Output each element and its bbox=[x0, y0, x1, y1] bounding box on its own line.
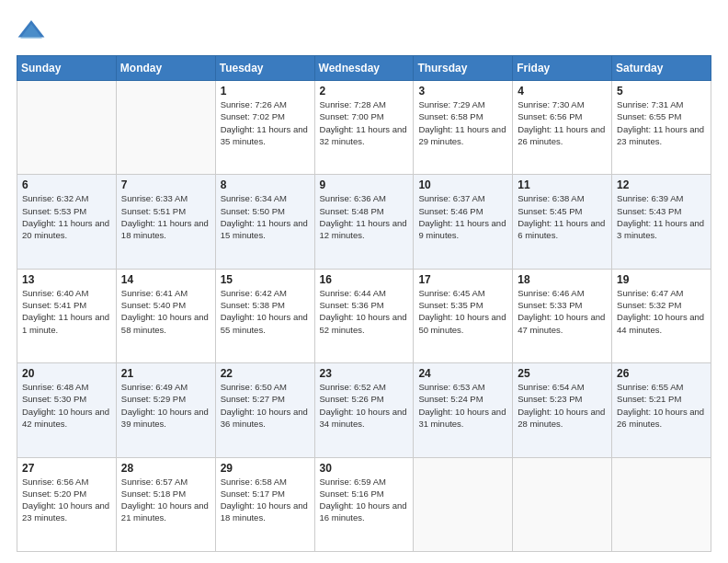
day-info: Sunrise: 6:47 AMSunset: 5:32 PMDaylight:… bbox=[617, 287, 706, 336]
weekday-header-wednesday: Wednesday bbox=[314, 56, 414, 81]
calendar-cell: 12Sunrise: 6:39 AMSunset: 5:43 PMDayligh… bbox=[612, 175, 711, 269]
calendar-cell: 26Sunrise: 6:55 AMSunset: 5:21 PMDayligh… bbox=[612, 363, 711, 457]
calendar-cell: 2Sunrise: 7:28 AMSunset: 7:00 PMDaylight… bbox=[314, 81, 414, 175]
day-number: 1 bbox=[221, 85, 310, 98]
day-info: Sunrise: 6:57 AMSunset: 5:18 PMDaylight:… bbox=[121, 476, 210, 524]
calendar-cell bbox=[17, 81, 117, 175]
day-info: Sunrise: 6:48 AMSunset: 5:30 PMDaylight:… bbox=[22, 381, 111, 430]
calendar-cell: 9Sunrise: 6:36 AMSunset: 5:48 PMDaylight… bbox=[314, 175, 414, 269]
day-info: Sunrise: 6:33 AMSunset: 5:51 PMDaylight:… bbox=[121, 192, 210, 241]
calendar-cell: 22Sunrise: 6:50 AMSunset: 5:27 PMDayligh… bbox=[215, 363, 314, 457]
day-number: 21 bbox=[121, 367, 210, 380]
calendar-cell bbox=[116, 81, 215, 175]
calendar-cell: 21Sunrise: 6:49 AMSunset: 5:29 PMDayligh… bbox=[116, 363, 215, 457]
day-number: 30 bbox=[320, 462, 409, 475]
day-info: Sunrise: 6:59 AMSunset: 5:16 PMDaylight:… bbox=[320, 476, 409, 524]
day-info: Sunrise: 6:56 AMSunset: 5:20 PMDaylight:… bbox=[22, 476, 111, 524]
day-info: Sunrise: 7:30 AMSunset: 6:56 PMDaylight:… bbox=[518, 98, 607, 147]
day-info: Sunrise: 6:38 AMSunset: 5:45 PMDaylight:… bbox=[518, 192, 607, 241]
day-number: 2 bbox=[320, 85, 409, 98]
day-info: Sunrise: 6:45 AMSunset: 5:35 PMDaylight:… bbox=[418, 287, 507, 336]
calendar-cell: 23Sunrise: 6:52 AMSunset: 5:26 PMDayligh… bbox=[314, 363, 414, 457]
weekday-header-tuesday: Tuesday bbox=[215, 56, 314, 81]
calendar-cell: 24Sunrise: 6:53 AMSunset: 5:24 PMDayligh… bbox=[414, 363, 513, 457]
calendar-cell: 13Sunrise: 6:40 AMSunset: 5:41 PMDayligh… bbox=[17, 269, 117, 362]
day-number: 24 bbox=[418, 367, 507, 380]
day-number: 17 bbox=[418, 273, 507, 286]
calendar-cell: 14Sunrise: 6:41 AMSunset: 5:40 PMDayligh… bbox=[116, 269, 215, 362]
day-number: 12 bbox=[617, 178, 706, 191]
day-number: 26 bbox=[617, 367, 706, 380]
day-number: 14 bbox=[121, 273, 210, 286]
calendar-table: SundayMondayTuesdayWednesdayThursdayFrid… bbox=[17, 55, 711, 552]
day-info: Sunrise: 6:55 AMSunset: 5:21 PMDaylight:… bbox=[617, 381, 706, 430]
page: SundayMondayTuesdayWednesdayThursdayFrid… bbox=[0, 0, 728, 563]
day-number: 28 bbox=[121, 462, 210, 475]
day-info: Sunrise: 6:36 AMSunset: 5:48 PMDaylight:… bbox=[320, 192, 409, 241]
calendar-cell: 29Sunrise: 6:58 AMSunset: 5:17 PMDayligh… bbox=[215, 457, 314, 551]
week-row-1: 1Sunrise: 7:26 AMSunset: 7:02 PMDaylight… bbox=[17, 81, 711, 175]
day-number: 8 bbox=[221, 178, 310, 191]
day-number: 23 bbox=[320, 367, 409, 380]
week-row-3: 13Sunrise: 6:40 AMSunset: 5:41 PMDayligh… bbox=[17, 269, 711, 362]
day-number: 25 bbox=[518, 367, 607, 380]
day-number: 3 bbox=[418, 85, 507, 98]
calendar-cell: 17Sunrise: 6:45 AMSunset: 5:35 PMDayligh… bbox=[414, 269, 513, 362]
day-info: Sunrise: 6:49 AMSunset: 5:29 PMDaylight:… bbox=[121, 381, 210, 430]
day-info: Sunrise: 7:29 AMSunset: 6:58 PMDaylight:… bbox=[418, 98, 507, 147]
day-number: 29 bbox=[221, 462, 310, 475]
weekday-header-friday: Friday bbox=[513, 56, 612, 81]
day-number: 9 bbox=[320, 178, 409, 191]
calendar-cell: 15Sunrise: 6:42 AMSunset: 5:38 PMDayligh… bbox=[215, 269, 314, 362]
calendar-cell: 3Sunrise: 7:29 AMSunset: 6:58 PMDaylight… bbox=[414, 81, 513, 175]
calendar-cell: 11Sunrise: 6:38 AMSunset: 5:45 PMDayligh… bbox=[513, 175, 612, 269]
day-number: 6 bbox=[22, 178, 111, 191]
logo-icon bbox=[17, 17, 46, 46]
day-info: Sunrise: 6:54 AMSunset: 5:23 PMDaylight:… bbox=[518, 381, 607, 430]
day-info: Sunrise: 6:41 AMSunset: 5:40 PMDaylight:… bbox=[121, 287, 210, 336]
calendar-cell: 8Sunrise: 6:34 AMSunset: 5:50 PMDaylight… bbox=[215, 175, 314, 269]
calendar-cell: 10Sunrise: 6:37 AMSunset: 5:46 PMDayligh… bbox=[414, 175, 513, 269]
day-number: 27 bbox=[22, 462, 111, 475]
day-info: Sunrise: 6:52 AMSunset: 5:26 PMDaylight:… bbox=[320, 381, 409, 430]
logo bbox=[17, 17, 50, 46]
calendar-cell bbox=[513, 457, 612, 551]
day-info: Sunrise: 6:40 AMSunset: 5:41 PMDaylight:… bbox=[22, 287, 111, 336]
day-number: 20 bbox=[22, 367, 111, 380]
week-row-2: 6Sunrise: 6:32 AMSunset: 5:53 PMDaylight… bbox=[17, 175, 711, 269]
calendar-cell: 25Sunrise: 6:54 AMSunset: 5:23 PMDayligh… bbox=[513, 363, 612, 457]
day-number: 4 bbox=[518, 85, 607, 98]
calendar-cell: 5Sunrise: 7:31 AMSunset: 6:55 PMDaylight… bbox=[612, 81, 711, 175]
calendar-cell: 18Sunrise: 6:46 AMSunset: 5:33 PMDayligh… bbox=[513, 269, 612, 362]
header bbox=[17, 17, 711, 46]
weekday-header-thursday: Thursday bbox=[414, 56, 513, 81]
day-number: 5 bbox=[617, 85, 706, 98]
week-row-4: 20Sunrise: 6:48 AMSunset: 5:30 PMDayligh… bbox=[17, 363, 711, 457]
day-number: 18 bbox=[518, 273, 607, 286]
day-info: Sunrise: 6:32 AMSunset: 5:53 PMDaylight:… bbox=[22, 192, 111, 241]
day-info: Sunrise: 6:53 AMSunset: 5:24 PMDaylight:… bbox=[418, 381, 507, 430]
day-number: 15 bbox=[221, 273, 310, 286]
weekday-header-row: SundayMondayTuesdayWednesdayThursdayFrid… bbox=[17, 56, 711, 81]
week-row-5: 27Sunrise: 6:56 AMSunset: 5:20 PMDayligh… bbox=[17, 457, 711, 551]
day-info: Sunrise: 7:26 AMSunset: 7:02 PMDaylight:… bbox=[221, 98, 310, 147]
day-info: Sunrise: 6:46 AMSunset: 5:33 PMDaylight:… bbox=[518, 287, 607, 336]
day-info: Sunrise: 6:37 AMSunset: 5:46 PMDaylight:… bbox=[418, 192, 507, 241]
day-info: Sunrise: 6:44 AMSunset: 5:36 PMDaylight:… bbox=[320, 287, 409, 336]
calendar-cell: 27Sunrise: 6:56 AMSunset: 5:20 PMDayligh… bbox=[17, 457, 117, 551]
day-number: 10 bbox=[418, 178, 507, 191]
day-info: Sunrise: 6:50 AMSunset: 5:27 PMDaylight:… bbox=[221, 381, 310, 430]
day-number: 22 bbox=[221, 367, 310, 380]
weekday-header-sunday: Sunday bbox=[17, 56, 117, 81]
day-info: Sunrise: 7:28 AMSunset: 7:00 PMDaylight:… bbox=[320, 98, 409, 147]
calendar-cell: 20Sunrise: 6:48 AMSunset: 5:30 PMDayligh… bbox=[17, 363, 117, 457]
calendar-cell: 30Sunrise: 6:59 AMSunset: 5:16 PMDayligh… bbox=[314, 457, 414, 551]
day-number: 16 bbox=[320, 273, 409, 286]
day-info: Sunrise: 6:58 AMSunset: 5:17 PMDaylight:… bbox=[221, 476, 310, 524]
calendar-cell bbox=[612, 457, 711, 551]
calendar-cell: 7Sunrise: 6:33 AMSunset: 5:51 PMDaylight… bbox=[116, 175, 215, 269]
calendar-cell: 19Sunrise: 6:47 AMSunset: 5:32 PMDayligh… bbox=[612, 269, 711, 362]
calendar-cell bbox=[414, 457, 513, 551]
calendar-cell: 4Sunrise: 7:30 AMSunset: 6:56 PMDaylight… bbox=[513, 81, 612, 175]
day-number: 7 bbox=[121, 178, 210, 191]
